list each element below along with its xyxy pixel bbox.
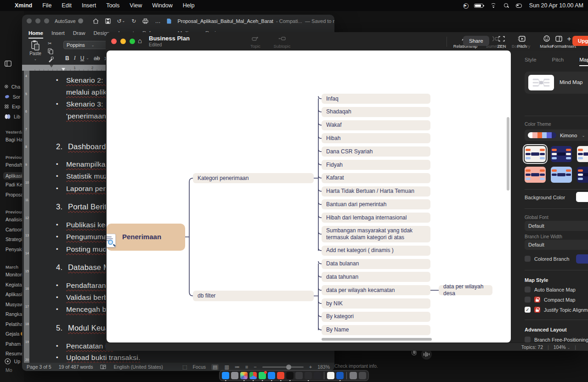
chat-history-item[interactable]: Kegiatan [6,282,24,287]
central-topic[interactable]: Penerimaan [107,224,185,251]
chat-history-item[interactable]: Pendafta [6,162,24,168]
dock-word-icon[interactable] [336,372,344,379]
menu-insert[interactable]: Insert [82,2,96,9]
menu-app[interactable]: Xmind [15,2,32,9]
save-icon[interactable] [105,18,111,24]
dock-chrome-icon[interactable] [249,372,257,379]
chat-history-item[interactable]: Paham A [6,341,24,347]
sub-topic[interactable]: by NIK [322,298,430,309]
control-center-icon[interactable] [516,4,522,8]
search-icon[interactable] [504,3,509,8]
word-traffic-lights[interactable] [27,18,53,23]
branch-free-positioning-checkbox[interactable]: Branch Free-Positioning [525,337,588,343]
sub-topic[interactable]: Fidyah [322,160,430,170]
canvas-vertical-scrollbar[interactable] [507,117,509,191]
theme-thumbnail[interactable] [551,167,572,183]
zoom-in-icon[interactable]: + [309,364,312,370]
chatgpt-logo-nav-item[interactable]: Cha [5,84,20,90]
redo-icon[interactable]: ↻ [131,18,136,24]
maximize-button[interactable] [130,39,135,44]
chat-history-item[interactable]: Padi Ken [6,182,24,187]
sub-topic[interactable]: Harta Tidak Bertuan / Harta Temuan [322,186,430,197]
theme-thumbnail[interactable] [577,167,588,183]
auto-balance-map-checkbox[interactable]: Auto Balance Map [525,286,576,292]
microphone-icon[interactable] [412,350,418,358]
format-painter-icon[interactable] [48,56,54,62]
upgrade-plan-item[interactable]: Up [5,358,20,365]
word-count[interactable]: 19 of 487 words [59,364,93,370]
sub-topic[interactable]: Data bulanan [322,259,430,269]
chat-history-item[interactable]: Gejala [6,331,24,337]
zoom-percent[interactable]: 183% [317,364,330,370]
sub-topic[interactable]: data tahunan [322,272,430,282]
strikethrough-button[interactable]: ab [94,55,100,62]
canvas-horizontal-scrollbar[interactable] [322,338,432,341]
panel-tab-pitch[interactable]: Pitch [552,57,564,66]
language-indicator[interactable]: English (United States) [113,364,163,370]
cut-icon[interactable]: ✂ [48,41,51,46]
draft-view-icon[interactable]: ≡ [245,364,248,370]
color-theme-select[interactable]: Kimono ⌄ [525,129,588,141]
outline-view-icon[interactable]: ≔ [235,364,240,370]
menu-view[interactable]: View [130,2,142,9]
chat-history-item[interactable]: Pelatiha [6,321,23,327]
word-tab-insert[interactable]: Insert [51,30,65,36]
menu-help[interactable]: Help [183,2,195,9]
global-font-select[interactable]: Default [525,221,588,231]
sub-topic[interactable]: Bantuan dari pemerintah [322,199,430,209]
dock-folder-icon[interactable] [295,372,303,379]
italic-button[interactable]: I [74,55,76,62]
compact-map-checkbox[interactable]: Compact Map [525,297,575,303]
panel-tab-style[interactable]: Style [525,57,537,66]
canvas-zoom-level[interactable]: 104% ⌄ [554,344,570,350]
wifi-icon[interactable] [491,3,497,8]
menu-tools[interactable]: Tools [106,2,119,9]
library-nav-item[interactable]: Lib [5,114,20,119]
underline-button[interactable]: U [80,55,85,62]
background-color-swatch[interactable] [576,192,588,202]
word-tab-draw[interactable]: Draw [73,30,85,36]
chat-history-item[interactable]: Analisis [6,217,22,222]
chat-history-item[interactable]: Resume [6,351,23,356]
close-button[interactable] [111,39,117,44]
home-icon[interactable] [93,18,99,24]
menu-clock[interactable]: Sun 20 Apr 10.00 AM [529,2,583,9]
theme-thumbnail[interactable] [551,146,572,162]
theme-thumbnail[interactable] [577,146,588,162]
chat-history-item[interactable]: Bagi Has [6,137,24,142]
sub-topic[interactable]: Add net kategori ( dinamis ) [322,246,430,256]
chat-history-item[interactable]: Monitori [6,272,23,277]
sub-topic[interactable]: Sumbangan masyarakat yang tidak termasuk… [322,226,430,242]
vertical-ruler[interactable]: 4567891011121314151617181920 [24,71,29,363]
sub-topic[interactable]: Kafarat [322,173,430,183]
dock-plus-app-icon[interactable] [277,372,284,379]
sidebar-toggle-icon[interactable] [5,61,20,67]
battery-icon[interactable] [474,4,483,8]
zoom-out-icon[interactable]: − [254,364,256,370]
colored-branch-swatch[interactable] [576,254,588,264]
dock-magic-mouse-icon[interactable] [350,372,357,379]
topic-button[interactable]: Topic [243,35,267,49]
explore-gpts-nav-item[interactable]: Exp [5,104,20,109]
chat-history-item[interactable]: Strategi [6,236,22,242]
menu-file[interactable]: File [42,2,51,9]
undo-icon[interactable]: ↺⌄ [117,18,125,24]
theme-thumbnail[interactable] [525,146,546,162]
sora-nav-item[interactable]: Sor [5,94,20,100]
bold-button[interactable]: B [65,55,69,62]
paste-button[interactable]: Paste ⌄ [28,40,43,61]
dock-system-settings-icon[interactable] [231,372,238,379]
dock-app-dark-2-icon[interactable] [314,372,321,379]
zoom-slider[interactable] [262,366,304,368]
sub-topic[interactable]: Hibah dari lembaga internasional [322,213,430,223]
mindmap-canvas[interactable]: PenerimaanKategori penerimaandb filterIn… [107,51,511,343]
print-layout-view-icon[interactable]: ▤ [211,364,219,370]
minimize-button[interactable] [120,39,126,44]
dock-app-dark-1-icon[interactable] [305,372,312,379]
sub-topic[interactable]: data per wilayah desa [439,285,492,295]
dock-x-app-icon[interactable] [286,372,294,379]
dock-photos-icon[interactable] [240,372,248,379]
menu-edit[interactable]: Edit [62,2,72,9]
justify-topic-alignment-checkbox[interactable]: ✓Justify Topic Alignment [525,307,588,313]
page-indicator[interactable]: Page 3 of 5 [27,364,51,370]
